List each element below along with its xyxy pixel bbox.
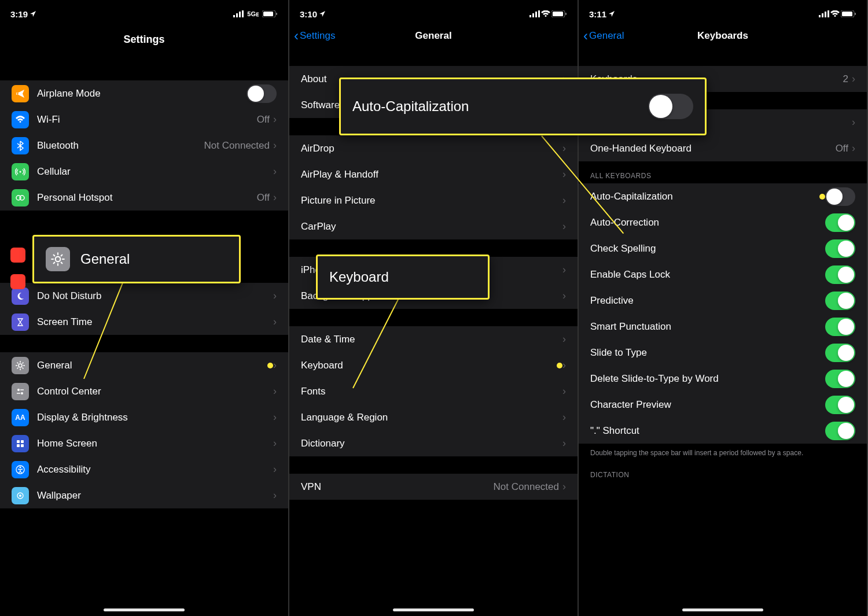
row-label: Screen Time: [37, 316, 273, 328]
toggle-shortcut[interactable]: [825, 422, 855, 440]
grid-icon: [12, 435, 29, 452]
svg-rect-24: [529, 15, 531, 17]
svg-point-22: [19, 495, 21, 497]
row-label: Character Preview: [590, 399, 825, 411]
page-title: General: [415, 30, 451, 42]
row-delete-slide[interactable]: Delete Slide-to-Type by Word: [579, 366, 867, 392]
row-detail: Off: [257, 192, 270, 204]
status-bar: 3:19 5Gᴇ: [0, 0, 288, 23]
sounds-icon: [10, 274, 25, 289]
toggle-predictive[interactable]: [825, 292, 855, 310]
row-label: Home Screen: [37, 438, 273, 449]
chevron-right-icon: ›: [562, 290, 566, 302]
signal-icon: [233, 10, 244, 17]
gear-icon: [46, 247, 70, 271]
toggle-smartpunc[interactable]: [825, 318, 855, 336]
airplane-toggle[interactable]: [247, 84, 277, 103]
toggle-autocap[interactable]: [825, 187, 855, 206]
row-general[interactable]: General ›: [0, 352, 288, 378]
callout-toggle[interactable]: [648, 94, 693, 119]
row-caps-lock[interactable]: Enable Caps Lock: [579, 261, 867, 287]
moon-icon: [12, 287, 29, 305]
toggle-preview[interactable]: [825, 396, 855, 414]
page-title: Settings: [0, 23, 288, 51]
nav-back-button[interactable]: ‹ General: [583, 29, 624, 43]
row-carplay[interactable]: CarPlay›: [289, 213, 578, 239]
row-label: Auto-Correction: [590, 217, 825, 228]
row-auto-capitalization[interactable]: Auto-Capitalization: [579, 183, 867, 209]
row-keyboard[interactable]: Keyboard›: [289, 352, 578, 378]
wifi-icon: [12, 111, 29, 128]
row-wifi[interactable]: Wi-Fi Off ›: [0, 106, 288, 132]
row-label: Display & Brightness: [37, 412, 273, 423]
svg-rect-2: [239, 12, 241, 17]
toggle-autocorrect[interactable]: [825, 213, 855, 232]
svg-rect-33: [825, 12, 826, 17]
nav-back-label: Settings: [300, 30, 335, 42]
row-display[interactable]: AA Display & Brightness ›: [0, 404, 288, 430]
row-airdrop[interactable]: AirDrop›: [289, 135, 578, 161]
toggle-slide[interactable]: [825, 344, 855, 362]
battery-icon: [841, 10, 856, 17]
row-bluetooth[interactable]: Bluetooth Not Connected ›: [0, 132, 288, 158]
row-label: "." Shortcut: [590, 425, 825, 437]
chevron-right-icon: ›: [562, 333, 566, 345]
row-datetime[interactable]: Date & Time›: [289, 326, 578, 352]
toggle-capslock[interactable]: [825, 265, 855, 284]
row-detail: Off: [257, 114, 270, 126]
row-language[interactable]: Language & Region›: [289, 404, 578, 430]
row-dictionary[interactable]: Dictionary›: [289, 430, 578, 456]
row-one-handed[interactable]: One-Handed KeyboardOff›: [579, 135, 867, 161]
svg-rect-30: [565, 13, 567, 15]
location-icon: [609, 11, 615, 17]
row-homescreen[interactable]: Home Screen ›: [0, 430, 288, 456]
row-dnd[interactable]: Do Not Disturb ›: [0, 283, 288, 309]
row-predictive[interactable]: Predictive: [579, 287, 867, 313]
status-time: 3:19: [10, 9, 28, 19]
nav-back-button[interactable]: ‹ Settings: [294, 29, 335, 43]
row-label: Control Center: [37, 386, 273, 397]
row-label: Smart Punctuation: [590, 321, 825, 333]
section-footer: Double tapping the space bar will insert…: [579, 444, 867, 460]
row-label: General: [37, 360, 263, 371]
row-airplay[interactable]: AirPlay & Handoff›: [289, 161, 578, 187]
row-fonts[interactable]: Fonts›: [289, 378, 578, 404]
svg-rect-15: [17, 440, 20, 443]
chevron-right-icon: ›: [562, 264, 566, 276]
row-label: Language & Region: [301, 412, 562, 423]
section-dictation: DICTATION: [579, 460, 867, 482]
row-shortcut[interactable]: "." Shortcut: [579, 418, 867, 444]
row-vpn[interactable]: VPNNot Connected›: [289, 474, 578, 500]
row-smart-punctuation[interactable]: Smart Punctuation: [579, 313, 867, 340]
row-accessibility[interactable]: Accessibility ›: [0, 456, 288, 482]
row-slide-to-type[interactable]: Slide to Type: [579, 340, 867, 366]
row-cellular[interactable]: Cellular ›: [0, 158, 288, 185]
callout-label: Auto-Capitalization: [352, 98, 648, 115]
row-hotspot[interactable]: Personal Hotspot Off ›: [0, 185, 288, 211]
chevron-right-icon: ›: [273, 165, 277, 178]
svg-rect-31: [819, 15, 821, 17]
battery-icon: [551, 10, 567, 17]
chevron-right-icon: ›: [562, 437, 566, 449]
row-check-spelling[interactable]: Check Spelling: [579, 235, 867, 261]
row-wallpaper[interactable]: Wallpaper ›: [0, 482, 288, 508]
toggle-spell[interactable]: [825, 239, 855, 258]
row-screentime[interactable]: Screen Time ›: [0, 309, 288, 335]
row-pip[interactable]: Picture in Picture›: [289, 187, 578, 213]
row-label: Predictive: [590, 295, 825, 307]
chevron-right-icon: ›: [852, 73, 855, 85]
svg-rect-17: [17, 444, 20, 447]
row-detail: Not Connected: [494, 481, 559, 493]
svg-rect-29: [553, 12, 563, 16]
row-controlcenter[interactable]: Control Center ›: [0, 378, 288, 404]
chevron-right-icon: ›: [273, 411, 277, 423]
toggle-deleteslide[interactable]: [825, 370, 855, 388]
svg-rect-27: [538, 10, 540, 17]
nav-bar: ‹ General Keyboards: [579, 23, 867, 49]
row-character-preview[interactable]: Character Preview: [579, 392, 867, 418]
chevron-right-icon: ›: [273, 385, 277, 397]
row-airplane-mode[interactable]: Airplane Mode: [0, 80, 288, 106]
home-indicator: [393, 608, 474, 611]
phone-settings: 3:19 5Gᴇ Settings Airplane Mode: [0, 0, 289, 616]
wifi-icon: [830, 10, 840, 17]
